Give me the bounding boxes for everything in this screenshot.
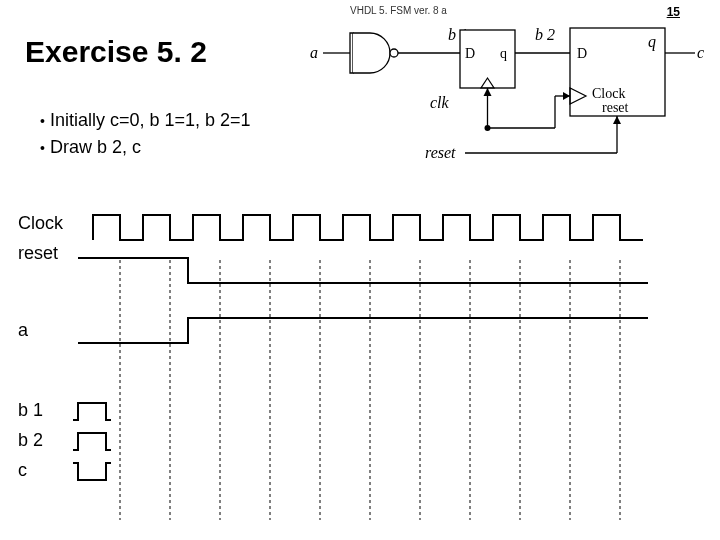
svg-point-1 (390, 49, 398, 57)
svg-text:q: q (500, 46, 507, 61)
svg-text:Clock: Clock (592, 86, 625, 101)
bullet-item: • Draw b 2, c (40, 137, 251, 158)
label-clk: clk (430, 94, 450, 111)
wave-a (18, 313, 708, 363)
wave-reset (18, 253, 708, 303)
slide-header: VHDL 5. FSM ver. 8 a (350, 5, 447, 16)
svg-marker-21 (613, 116, 621, 124)
nand-gate-icon (350, 33, 398, 73)
wave-clock (18, 210, 708, 250)
label-b2: b 2 (535, 26, 555, 43)
svg-marker-22 (484, 88, 492, 96)
flipflop-2: D q Clock reset (570, 28, 665, 116)
page-number: 15 (667, 5, 680, 19)
svg-text:D: D (577, 46, 587, 61)
svg-marker-18 (563, 92, 570, 100)
bullet-item: • Initially c=0, b 1=1, b 2=1 (40, 110, 251, 131)
wave-c (18, 455, 708, 490)
page-title: Exercise 5. 2 (25, 35, 207, 69)
label-a: a (310, 44, 318, 61)
svg-text:q: q (648, 33, 656, 51)
label-reset: reset (425, 144, 456, 161)
flipflop-1: D q (460, 30, 515, 88)
circuit-diagram: a b 1 D q b 2 D q Clock reset c clk rese… (295, 18, 715, 178)
bullet-list: • Initially c=0, b 1=1, b 2=1 • Draw b 2… (40, 110, 251, 164)
svg-text:D: D (465, 46, 475, 61)
svg-text:reset: reset (602, 100, 629, 115)
label-c: c (697, 44, 704, 61)
timing-diagram: Clock reset a b 1 b 2 c (18, 205, 708, 525)
